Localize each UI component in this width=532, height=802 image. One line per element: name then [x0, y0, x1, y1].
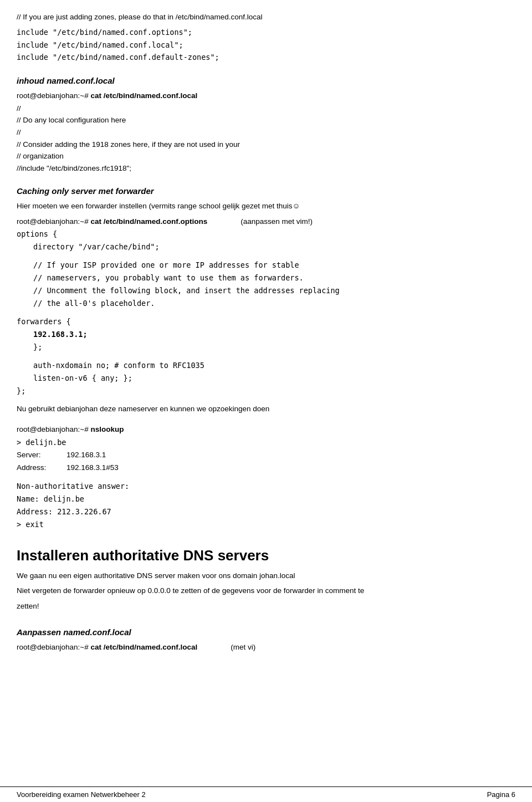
cmd-cat-local2: cat /etc/bind/named.conf.local: [90, 643, 197, 651]
text-niet-vergeten: Niet vergeten de forwarder opnieuw op 0.…: [17, 585, 515, 597]
prompt-cat-local-text: root@debianjohan:~# cat /etc/bind/named.…: [17, 91, 197, 100]
forwarders-close: };: [33, 341, 515, 354]
listen-line: listen-on-v6 { any; };: [33, 372, 515, 385]
directory-line: directory "/var/cache/bind";: [33, 241, 515, 253]
options-close: };: [17, 385, 515, 397]
comment-slash2: //: [17, 126, 515, 139]
include-local-line: include "/etc/bind/named.conf.local";: [17, 39, 515, 52]
exit-line: > exit: [17, 518, 515, 531]
cmd-cat-local: cat /etc/bind/named.conf.local: [90, 91, 197, 100]
include-options-line: include "/etc/bind/named.conf.options";: [17, 26, 515, 39]
prompt-cat-local: root@debianjohan:~# cat /etc/bind/named.…: [17, 90, 515, 103]
text-hier-moeten: Hier moeten we een forwarder instellen (…: [17, 200, 515, 212]
address2-line: Address: 212.3.226.67: [17, 505, 515, 518]
prompt-nslookup: root@debianjohan:~# nslookup: [17, 423, 515, 436]
server-value: 192.168.3.1: [66, 449, 515, 462]
address-value: 192.168.3.1#53: [66, 462, 515, 474]
intro-comment: // If you are just adding zones, please …: [17, 11, 515, 23]
prompt-local2-row: root@debianjohan:~# cat /etc/bind/named.…: [17, 641, 515, 654]
comment-uncomment: // Uncomment the following block, and in…: [33, 284, 515, 297]
note-aanpassen: (aanpassen met vim!): [241, 216, 313, 227]
non-auth: Non-authoritative answer:: [17, 480, 515, 493]
prompt-options-row: root@debianjohan:~# cat /etc/bind/named.…: [17, 216, 515, 228]
comment-slash1: //: [17, 103, 515, 115]
heading-aanpassen: Aanpassen named.conf.local: [17, 626, 515, 639]
comment-all0: // the all-0's placeholder.: [33, 297, 515, 310]
comment-isp2: // nameservers, you probably want to use…: [33, 272, 515, 284]
auth-line: auth-nxdomain no; # conform to RFC1035: [33, 359, 515, 372]
comment-include: //include "/etc/bind/zones.rfc1918";: [17, 162, 515, 175]
options-open: options {: [17, 228, 515, 241]
footer-right: Pagina 6: [487, 790, 515, 799]
page-footer: Voorbereiding examen Netwerkbeheer 2 Pag…: [0, 786, 532, 802]
note-met-vi: (met vi): [231, 642, 255, 653]
footer-left: Voorbereiding examen Netwerkbeheer 2: [17, 790, 146, 799]
server-label: Server:: [17, 449, 66, 462]
nslookup-query: > delijn.be: [17, 436, 515, 449]
server-row: Server: 192.168.3.1: [17, 449, 515, 462]
include-default-line: include "/etc/bind/named.conf.default-zo…: [17, 51, 515, 64]
comment-isp1: // If your ISP provided one or more IP a…: [33, 259, 515, 272]
cmd-nslookup: nslookup: [90, 425, 124, 433]
comment-org: // organization: [17, 150, 515, 162]
text-we-gaan: We gaan nu een eigen authoritative DNS s…: [17, 570, 515, 582]
text-zetten: zetten!: [17, 600, 515, 612]
address-label: Address:: [17, 462, 66, 474]
big-heading-dns: Installeren authoritative DNS servers: [17, 546, 515, 565]
heading-inhoud: inhoud named.conf.local: [17, 75, 515, 88]
prompt-cat-local2: root@debianjohan:~# cat /etc/bind/named.…: [17, 641, 197, 654]
cmd-cat-options: cat /etc/bind/named.conf.options: [90, 217, 207, 226]
address-row: Address: 192.168.3.1#53: [17, 462, 515, 474]
heading-caching: Caching only server met forwarder: [17, 185, 515, 198]
prompt-cat-options: root@debianjohan:~# cat /etc/bind/named.…: [17, 216, 207, 228]
comment-consider: // Consider adding the 1918 zones here, …: [17, 139, 515, 151]
page-container: // If you are just adding zones, please …: [0, 0, 532, 687]
name-line: Name: delijn.be: [17, 493, 515, 505]
text-nu-gebruikt: Nu gebruikt debianjohan deze nameserver …: [17, 403, 515, 415]
forwarder-ip: 192.168.3.1;: [33, 328, 515, 341]
forwarders-open: forwarders {: [17, 315, 515, 328]
comment-do-any: // Do any local configuration here: [17, 114, 515, 126]
